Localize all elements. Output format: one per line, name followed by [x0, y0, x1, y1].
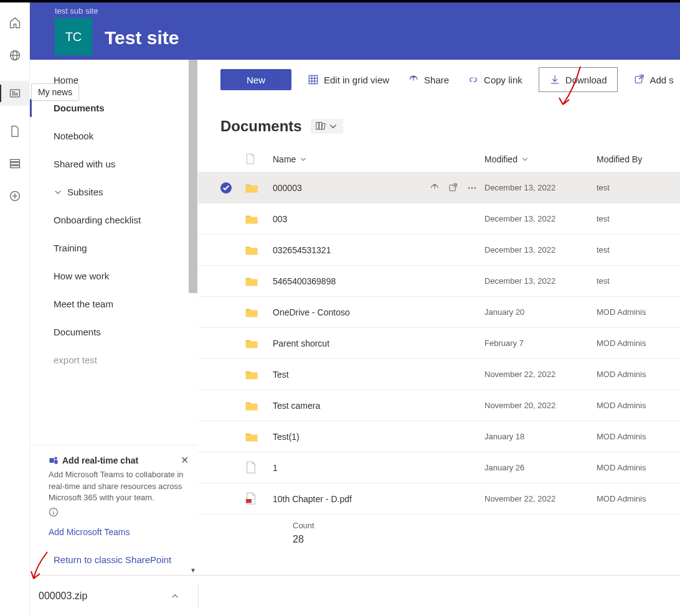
- item-modified-by: test: [597, 214, 680, 223]
- ellipsis-icon[interactable]: [467, 183, 477, 193]
- item-name[interactable]: Test(1): [273, 432, 300, 442]
- my-news-tooltip: My news: [31, 83, 79, 101]
- item-modified: November 22, 2022: [484, 494, 597, 503]
- chevron-down-icon: [270, 74, 281, 85]
- item-name[interactable]: 032654531321: [273, 245, 331, 255]
- item-modified: December 13, 2022: [484, 245, 597, 254]
- nav-item-onboarding-checklist[interactable]: Onboarding checklist: [54, 206, 197, 234]
- nav-item-shared-with-us[interactable]: Shared with us: [54, 150, 197, 178]
- item-modified: November 22, 2022: [484, 370, 597, 379]
- count-label: Count: [293, 521, 680, 530]
- item-modified: January 20: [484, 307, 597, 317]
- info-icon[interactable]: [49, 507, 185, 517]
- pdf-icon: [245, 492, 257, 506]
- rail-globe-icon[interactable]: [8, 49, 22, 62]
- table-row[interactable]: Parent shorcutFebruary 7MOD Adminis: [198, 328, 680, 359]
- folder-icon: [245, 307, 258, 317]
- downloaded-file[interactable]: 000003.zip: [12, 588, 184, 604]
- item-name[interactable]: OneDrive - Contoso: [273, 307, 350, 317]
- folder-icon: [245, 245, 258, 255]
- item-name[interactable]: 000003: [273, 183, 302, 193]
- promo-title: Add real-time chat: [62, 455, 138, 465]
- item-name[interactable]: Parent shorcut: [273, 338, 329, 348]
- download-button[interactable]: Download: [539, 67, 618, 92]
- nav-item-truncated[interactable]: export test: [54, 346, 197, 374]
- item-modified-by: MOD Adminis: [597, 494, 680, 503]
- share-button[interactable]: Share: [405, 70, 451, 89]
- new-button[interactable]: New: [220, 69, 291, 90]
- nav-item-meet-the-team[interactable]: Meet the team: [54, 290, 197, 318]
- modified-column[interactable]: Modified: [484, 154, 597, 164]
- folder-icon: [245, 432, 258, 442]
- app-rail: [0, 2, 30, 616]
- table-row[interactable]: TestNovember 22, 2022MOD Adminis: [198, 359, 680, 390]
- selected-check-icon[interactable]: [220, 182, 232, 194]
- table-row[interactable]: OneDrive - ContosoJanuary 20MOD Adminis: [198, 297, 680, 328]
- folder-icon: [245, 276, 258, 286]
- share-icon[interactable]: [430, 183, 440, 193]
- add-teams-link[interactable]: Add Microsoft Teams: [49, 527, 185, 537]
- file-icon: [245, 461, 257, 475]
- return-classic-link[interactable]: Return to classic SharePoint: [30, 544, 197, 575]
- table-row[interactable]: Test cameraNovember 20, 2022MOD Adminis: [198, 390, 680, 421]
- name-column[interactable]: Name: [273, 154, 484, 164]
- chevron-up-icon[interactable]: [171, 592, 179, 600]
- item-modified-by: MOD Adminis: [597, 463, 680, 472]
- modified-by-column[interactable]: Modified By: [597, 154, 680, 164]
- rail-home-icon[interactable]: [8, 16, 22, 30]
- site-navigation: HomeDocumentsNotebookShared with usSubsi…: [30, 60, 198, 575]
- item-modified-by: test: [597, 276, 680, 286]
- view-selector[interactable]: [311, 119, 343, 134]
- document-list: Name Modified Modified By 000003December…: [198, 146, 680, 575]
- item-modified-by: MOD Adminis: [597, 432, 680, 441]
- site-logo[interactable]: TC: [55, 18, 92, 55]
- item-modified-by: MOD Adminis: [597, 338, 680, 348]
- nav-item-how-we-work[interactable]: How we work: [54, 262, 197, 290]
- table-row[interactable]: 032654531321December 13, 2022test: [198, 235, 680, 266]
- item-name[interactable]: 1: [273, 463, 278, 473]
- rail-files-icon[interactable]: [8, 124, 22, 138]
- command-bar: New Edit in grid view Share Copy link Do…: [198, 60, 680, 100]
- count-value: 28: [293, 534, 680, 545]
- folder-icon: [245, 370, 258, 380]
- table-row[interactable]: 1January 26MOD Adminis: [198, 452, 680, 483]
- main-content: New Edit in grid view Share Copy link Do…: [198, 60, 680, 575]
- table-row[interactable]: 10th Chapter - D.pdfNovember 22, 2022MOD…: [198, 483, 680, 515]
- filetype-column[interactable]: [245, 153, 273, 166]
- nav-item-subsites[interactable]: Subsites: [54, 178, 197, 206]
- chevron-down-icon: [54, 188, 62, 197]
- nav-item-documents[interactable]: Documents: [54, 318, 197, 346]
- edit-grid-button[interactable]: Edit in grid view: [305, 70, 392, 89]
- item-modified-by: MOD Adminis: [597, 307, 680, 317]
- item-modified: November 20, 2022: [484, 401, 597, 410]
- table-row[interactable]: 003December 13, 2022test: [198, 203, 680, 235]
- library-title: Documents: [220, 118, 302, 135]
- site-title: Test site: [105, 27, 179, 49]
- table-row[interactable]: Test(1)January 18MOD Adminis: [198, 421, 680, 452]
- shortcut-icon[interactable]: [448, 183, 458, 193]
- rail-news-icon[interactable]: [0, 81, 30, 106]
- parent-site-link[interactable]: test sub site: [55, 2, 179, 16]
- item-name[interactable]: 003: [273, 214, 287, 224]
- item-modified-by: MOD Adminis: [597, 401, 680, 410]
- item-name[interactable]: 10th Chapter - D.pdf: [273, 494, 352, 504]
- nav-item-training[interactable]: Training: [54, 234, 197, 262]
- item-name[interactable]: Test: [273, 370, 289, 380]
- copy-link-button[interactable]: Copy link: [465, 70, 525, 89]
- item-modified: January 18: [484, 432, 597, 441]
- item-name[interactable]: 5465400369898: [273, 276, 336, 286]
- table-row[interactable]: 000003December 13, 2022test: [198, 172, 680, 203]
- teams-promo: ✕ Add real-time chat Add Microsoft Teams…: [30, 445, 197, 544]
- rail-create-icon[interactable]: [8, 189, 22, 203]
- stacks-icon: [316, 121, 326, 131]
- close-icon[interactable]: ✕: [181, 454, 189, 466]
- rail-lists-icon[interactable]: [8, 157, 22, 170]
- item-modified: December 13, 2022: [484, 214, 597, 223]
- promo-text: Add Microsoft Teams to collaborate in re…: [49, 469, 185, 503]
- folder-icon: [245, 183, 258, 193]
- chevron-down-icon: [328, 121, 338, 131]
- add-shortcut-button[interactable]: Add s: [631, 70, 676, 89]
- table-row[interactable]: 5465400369898December 13, 2022test: [198, 266, 680, 297]
- item-name[interactable]: Test camera: [273, 401, 320, 411]
- nav-item-notebook[interactable]: Notebook: [54, 122, 197, 150]
